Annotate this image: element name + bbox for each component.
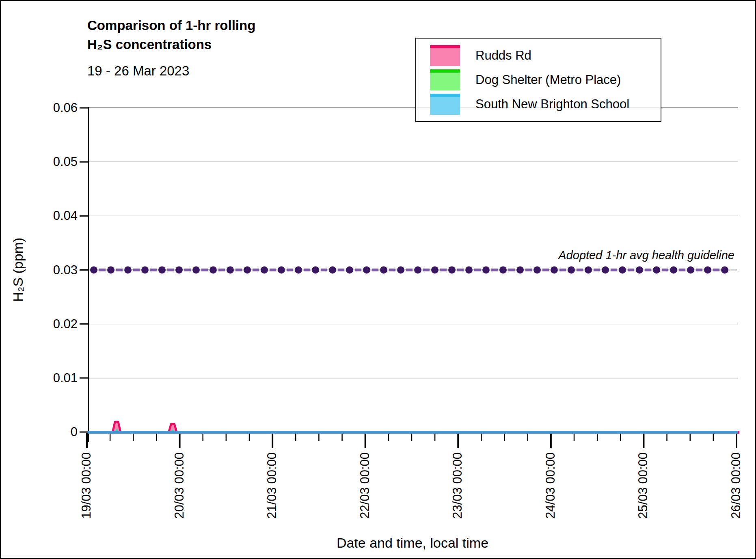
y-axis-tick-label: 0.04: [25, 209, 78, 223]
guideline-marker-dot: [636, 267, 643, 274]
x-axis-tick-label: 19/03 00:00: [79, 452, 94, 533]
y-axis-tick-label: 0.06: [25, 101, 78, 115]
guideline-marker-dot: [704, 267, 711, 274]
guideline-marker-dot: [431, 267, 438, 274]
guideline-marker-dot: [363, 267, 370, 274]
guideline-marker-dot: [295, 267, 302, 274]
guideline-marker-dot: [210, 267, 217, 274]
legend-item-label: Rudds Rd: [475, 48, 531, 63]
guideline-marker-dot: [568, 267, 575, 274]
guideline-marker-dot: [602, 267, 609, 274]
guideline-marker-dot: [585, 267, 592, 274]
guideline-marker-dot: [124, 267, 132, 274]
guideline-marker-dot: [414, 267, 421, 274]
guideline-marker-dot: [329, 267, 336, 274]
guideline-marker-dot: [397, 267, 404, 274]
guideline-marker-dot: [465, 267, 473, 274]
guideline-marker-dot: [158, 267, 166, 274]
guideline-marker-dot: [261, 267, 268, 274]
legend-box: Rudds Rd Dog Shelter (Metro Place) South…: [415, 38, 661, 122]
x-axis-tick-label: 26/03 00:00: [729, 452, 743, 533]
x-axis-tick-label: 24/03 00:00: [543, 452, 558, 533]
guideline-marker-dot: [619, 267, 626, 274]
guideline-marker-dot: [551, 267, 558, 274]
guideline-marker-dot: [175, 267, 183, 274]
guideline-marker-dot: [380, 267, 387, 274]
guideline-marker-dot: [516, 267, 524, 274]
x-axis-tick-label: 21/03 00:00: [265, 452, 279, 533]
y-axis-tick-label: 0: [25, 425, 78, 439]
guideline-marker-dot: [141, 267, 149, 274]
guideline-marker-dot: [721, 267, 728, 274]
legend-item-south-new-brighton: South New Brighton School: [430, 94, 629, 115]
guideline-marker-dot: [107, 267, 114, 274]
legend-item-rudds-rd: Rudds Rd: [430, 45, 531, 66]
chart-frame: Comparison of 1-hr rolling H₂S concentra…: [0, 0, 756, 559]
guideline-marker-dot: [687, 267, 694, 274]
guideline-marker-dot: [346, 267, 353, 274]
legend-item-dog-shelter: Dog Shelter (Metro Place): [430, 69, 621, 90]
guideline-marker-dot: [534, 267, 541, 274]
guideline-marker-dot: [499, 267, 507, 274]
guideline-marker-dot: [653, 267, 660, 274]
legend-swatch-icon: [430, 94, 460, 115]
x-axis-tick-label: 23/03 00:00: [450, 452, 465, 533]
legend-item-label: South New Brighton School: [475, 97, 629, 112]
y-axis-tick-label: 0.02: [25, 317, 78, 331]
x-axis-title: Date and time, local time: [250, 535, 575, 551]
guideline-marker-dot: [192, 267, 200, 274]
y-axis-tick-label: 0.05: [25, 155, 78, 169]
guideline-marker-dot: [90, 267, 97, 274]
guideline-annotation: Adopted 1-hr avg health guideline: [450, 249, 734, 262]
guideline-marker-dot: [448, 267, 456, 274]
guideline-marker-dot: [312, 267, 319, 274]
guideline-marker-dot: [482, 267, 490, 274]
guideline-marker-dot: [244, 267, 251, 274]
x-axis-tick-label: 22/03 00:00: [358, 452, 372, 533]
x-axis-tick-label: 25/03 00:00: [636, 452, 650, 533]
legend-swatch-icon: [430, 45, 460, 66]
guideline-marker-dot: [670, 267, 677, 274]
legend-swatch-icon: [430, 69, 460, 90]
guideline-marker-dot: [227, 267, 234, 274]
y-axis-tick-label: 0.03: [25, 263, 78, 277]
x-axis-tick-label: 20/03 00:00: [172, 452, 187, 533]
legend-item-label: Dog Shelter (Metro Place): [475, 73, 621, 87]
guideline-marker-dot: [278, 267, 285, 274]
y-axis-tick-label: 0.01: [25, 371, 78, 385]
